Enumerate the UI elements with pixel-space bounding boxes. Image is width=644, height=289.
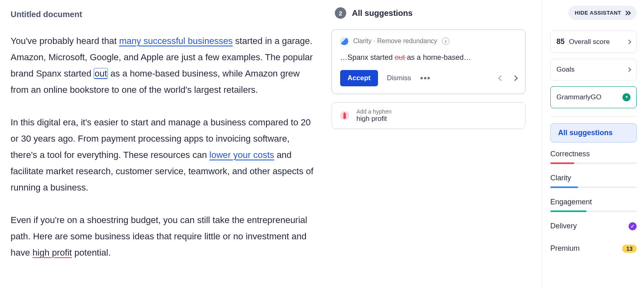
next-button[interactable] [513,74,517,82]
category-label: Correctness [550,150,637,158]
bar-fill [550,210,587,212]
paragraph-2: In this digital era, it's easier to star… [11,114,314,196]
premium-count-badge: 13 [622,245,637,253]
chevron-right-icon [512,75,518,81]
category-label: Delivery [550,222,637,230]
category-delivery[interactable]: Delivery [550,220,637,237]
preview-pre: …Spanx started [340,53,395,61]
chevron-left-icon [498,75,504,81]
category-correctness[interactable]: Correctness [550,148,637,166]
chevron-right-icon [626,67,631,72]
editor-panel: Untitled document You've probably heard … [0,0,322,289]
document-title[interactable]: Untitled document [11,10,314,19]
bar-fill [550,186,578,188]
suggestions-header: 2 All suggestions [332,7,525,19]
paragraph-1: You've probably heard that many successf… [11,33,314,98]
collapsed-hint: Add a hyphen [356,108,391,115]
label-text: Premium [550,244,580,253]
go-label: GrammarlyGO [556,93,602,101]
double-chevron-right-icon [624,11,630,15]
category-premium[interactable]: Premium 13 [550,243,637,259]
hide-label: HIDE ASSISTANT [575,10,621,16]
suggestion-card-active[interactable]: Clarity · Remove redundancy i …Spanx sta… [332,29,525,94]
accept-button[interactable]: Accept [340,70,378,86]
goals-card[interactable]: Goals [550,59,637,81]
goals-label: Goals [556,66,574,74]
sparkle-icon [622,93,631,101]
category-label: Clarity [550,174,637,182]
check-icon [629,222,637,230]
suggestions-title: All suggestions [352,9,413,18]
category-bar [550,162,637,164]
card-header: Clarity · Remove redundancy i [332,30,525,47]
prev-button[interactable] [499,74,503,82]
collapsed-text: high profit [356,115,391,123]
link-businesses[interactable]: many successful businesses [119,36,233,46]
score-value: 85 [556,37,565,46]
label-text: Delivery [550,222,577,230]
suggestion-card-collapsed[interactable]: Add a hyphen high profit [332,102,525,129]
more-icon[interactable]: ••• [420,76,431,80]
preview-post: as a home-based… [407,53,471,61]
overall-score-card[interactable]: 85 Overall score [550,31,637,53]
suggestion-count-badge: 2 [335,7,346,19]
highlight-out[interactable]: out [94,68,108,79]
dismiss-button[interactable]: Dismiss [387,74,411,82]
category-label: Engagement [550,198,637,206]
suggestions-panel: 2 All suggestions Clarity · Remove redun… [322,0,542,289]
category-clarity[interactable]: Clarity [550,172,637,190]
text: You've probably heard that [11,36,119,46]
clarity-icon [340,37,348,45]
card-actions: Accept Dismiss ••• [332,65,525,94]
document-body[interactable]: You've probably heard that many successf… [11,33,314,261]
score-label: Overall score [569,38,610,46]
text: potential. [72,247,110,258]
category-bar [550,186,637,188]
preview-strike: out [395,53,407,61]
category-label: Premium 13 [550,244,637,253]
error-high-profit[interactable]: high profit [33,247,72,258]
hide-assistant-button[interactable]: HIDE ASSISTANT [568,6,637,20]
card-preview: …Spanx started out as a home-based… [332,47,525,65]
correctness-icon [340,111,349,120]
grammarlygo-card[interactable]: GrammarlyGO [550,86,637,108]
divider [550,116,637,117]
card-category: Clarity · Remove redundancy [353,37,437,45]
chevron-right-icon [626,39,631,44]
category-engagement[interactable]: Engagement [550,196,637,215]
card-nav [499,74,517,82]
all-suggestions-filter[interactable]: All suggestions [550,123,637,142]
bar-fill [550,162,574,164]
info-icon[interactable]: i [442,37,449,45]
assistant-sidebar: HIDE ASSISTANT 85 Overall score Goals Gr… [542,0,644,289]
paragraph-3: Even if you're on a shoestring budget, y… [11,212,314,261]
link-lower-costs[interactable]: lower your costs [209,150,274,160]
category-bar [550,210,637,212]
